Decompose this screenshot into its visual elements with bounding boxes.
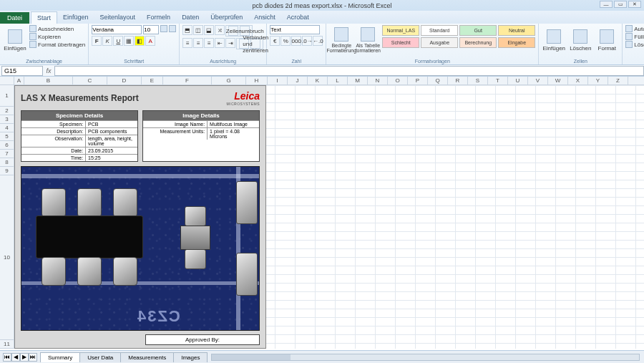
col-header[interactable]: Q (428, 77, 448, 84)
align-left-button[interactable]: ≡ (182, 38, 192, 48)
scrollbar-thumb[interactable] (212, 354, 291, 360)
number-format-select[interactable] (270, 25, 320, 34)
copy-button[interactable]: Kopieren (29, 33, 85, 40)
tab-start[interactable]: Start (31, 11, 57, 24)
decrease-indent-button[interactable]: ⇤ (215, 38, 225, 48)
next-sheet-button[interactable]: ▶ (20, 353, 29, 362)
sheet-tab-measurements[interactable]: Measurements (120, 352, 174, 362)
col-header[interactable]: L (328, 77, 348, 84)
style-cell[interactable]: Berechnung (459, 37, 497, 48)
row-header[interactable]: 3 (0, 115, 14, 124)
style-cell[interactable]: Neutral (498, 25, 535, 36)
orientation-button[interactable]: ⤭ (215, 25, 225, 35)
row-header[interactable]: 8 (0, 158, 14, 167)
col-header[interactable]: H (246, 77, 268, 84)
font-name-input[interactable] (92, 25, 142, 34)
increase-decimal-button[interactable]: .0→ (302, 36, 312, 46)
font-color-button[interactable]: A (145, 36, 155, 46)
col-header[interactable]: T (488, 77, 508, 84)
align-bottom-button[interactable]: ⬓ (204, 25, 214, 35)
underline-button[interactable]: U (113, 36, 123, 46)
col-header[interactable]: Y (588, 77, 608, 84)
fill-color-button[interactable]: ◧ (135, 36, 145, 46)
prev-sheet-button[interactable]: ◀ (11, 353, 20, 362)
align-right-button[interactable]: ≡ (204, 38, 214, 48)
align-top-button[interactable]: ⬒ (182, 25, 192, 35)
col-header[interactable]: X (568, 77, 588, 84)
tab-file[interactable]: Datei (0, 12, 29, 24)
col-header[interactable]: M (348, 77, 368, 84)
formula-input[interactable] (54, 66, 644, 76)
style-cell[interactable]: Ausgabe (421, 37, 458, 48)
italic-button[interactable]: K (102, 36, 112, 46)
tab-ansicht[interactable]: Ansicht (248, 11, 281, 24)
row-header[interactable]: 5 (0, 132, 14, 141)
col-header[interactable]: O (388, 77, 408, 84)
font-size-input[interactable] (143, 25, 159, 34)
horizontal-scrollbar[interactable] (211, 354, 640, 361)
col-header[interactable]: Z (608, 77, 628, 84)
increase-indent-button[interactable]: ⇥ (225, 38, 235, 48)
close-button[interactable]: ✕ (628, 1, 641, 8)
col-header[interactable]: J (288, 77, 308, 84)
col-header[interactable]: K (308, 77, 328, 84)
col-header[interactable]: U (508, 77, 528, 84)
insert-cells-button[interactable]: Einfügen (542, 25, 566, 55)
autosum-button[interactable]: AutoSumme (625, 25, 644, 32)
tab-überprüfen[interactable]: Überprüfen (205, 11, 248, 24)
row-header[interactable]: 1 (0, 85, 14, 107)
col-header[interactable]: W (548, 77, 568, 84)
style-cell[interactable]: Eingabe (498, 37, 535, 48)
col-header[interactable]: G (212, 77, 246, 84)
last-sheet-button[interactable]: ⏭ (29, 353, 37, 362)
format-as-table-button[interactable]: Als Tabelle formatieren (356, 25, 380, 55)
col-header[interactable]: D (107, 77, 142, 84)
col-header[interactable]: C (73, 77, 107, 84)
tab-einfügen[interactable]: Einfügen (57, 11, 94, 24)
conditional-formatting-button[interactable]: Bedingte Formatierung (329, 25, 353, 55)
decrease-font-icon[interactable] (169, 25, 176, 32)
tab-acrobat[interactable]: Acrobat (281, 11, 315, 24)
col-header[interactable]: R (448, 77, 468, 84)
tab-seitenlayout[interactable]: Seitenlayout (94, 11, 142, 24)
row-header[interactable]: 7 (0, 150, 14, 158)
col-header[interactable]: B (24, 77, 73, 84)
sheet-tab-user-data[interactable]: User Data (79, 352, 121, 362)
currency-button[interactable]: € (270, 36, 280, 46)
column-headers[interactable]: ABCDEFGHIJKLMNOPQRSTUVWXYZ (14, 77, 644, 85)
first-sheet-button[interactable]: ⏮ (3, 353, 11, 362)
maximize-button[interactable]: ▭ (614, 1, 627, 8)
delete-cells-button[interactable]: Löschen (568, 25, 592, 55)
clear-button[interactable]: Löschen (625, 41, 644, 48)
row-header[interactable]: 2 (0, 107, 14, 115)
style-cell[interactable]: Standard (421, 25, 458, 36)
row-header[interactable]: 10 (0, 175, 14, 340)
format-painter-button[interactable]: Format übertragen (29, 41, 85, 48)
style-cell[interactable]: Normal_LAS (382, 25, 419, 36)
fx-icon[interactable]: fx (43, 67, 54, 74)
style-cell[interactable]: Schlecht (382, 37, 419, 48)
row-headers[interactable]: 12345678910111213141516 (0, 85, 14, 349)
col-header[interactable]: V (528, 77, 548, 84)
col-header[interactable]: N (368, 77, 388, 84)
comma-button[interactable]: 000 (291, 36, 301, 46)
align-center-button[interactable]: ≡ (193, 38, 203, 48)
cut-button[interactable]: Ausschneiden (29, 25, 85, 32)
minimize-button[interactable]: — (600, 1, 613, 8)
col-header[interactable]: P (408, 77, 428, 84)
col-header[interactable]: S (468, 77, 488, 84)
col-header[interactable]: I (268, 77, 288, 84)
col-header[interactable]: E (142, 77, 163, 84)
sheet-tab-images[interactable]: Images (173, 352, 208, 362)
align-middle-button[interactable]: ◫ (193, 25, 203, 35)
border-button[interactable]: ▦ (124, 36, 134, 46)
merge-center-button[interactable]: Verbinden und zentrieren (236, 38, 263, 49)
increase-font-icon[interactable] (160, 25, 167, 32)
cell-styles-gallery[interactable]: Normal_LASStandardGutNeutralSchlechtAusg… (382, 25, 535, 48)
row-header[interactable]: 9 (0, 167, 14, 175)
percent-button[interactable]: % (280, 36, 291, 46)
sheet-tab-summary[interactable]: Summary (40, 352, 80, 362)
row-header[interactable]: 4 (0, 124, 14, 132)
name-box[interactable]: G15 (1, 66, 43, 76)
col-header[interactable]: A (14, 77, 24, 84)
